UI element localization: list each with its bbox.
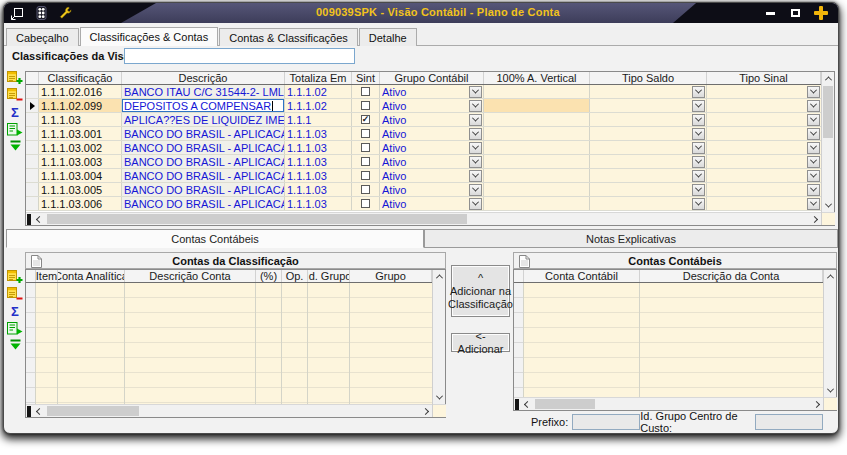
- cell-sintetica[interactable]: [352, 183, 380, 196]
- cell-tipo-sinal[interactable]: [707, 141, 821, 154]
- sintetica-checkbox[interactable]: [361, 87, 370, 96]
- sintetica-checkbox[interactable]: [361, 101, 370, 110]
- scroll-up-button[interactable]: [822, 72, 835, 85]
- scroll-left-button[interactable]: [33, 405, 46, 418]
- dropdown-button[interactable]: [469, 198, 482, 210]
- cell-tipo-sinal[interactable]: [707, 155, 821, 168]
- cell-tipo-saldo[interactable]: [590, 85, 707, 98]
- left-grid-vscrollbar[interactable]: [432, 270, 445, 417]
- cell-totaliza-em[interactable]: 1.1.1.03: [285, 183, 352, 196]
- dropdown-button[interactable]: [469, 128, 482, 140]
- header-descricao-conta[interactable]: Descrição Conta: [125, 270, 256, 282]
- scroll-up-button[interactable]: [433, 270, 446, 283]
- row-selector[interactable]: [26, 99, 39, 112]
- header-item[interactable]: Item: [36, 270, 58, 282]
- close-button[interactable]: [812, 5, 830, 21]
- cell-av-vertical[interactable]: [484, 127, 590, 140]
- classification-row[interactable]: 1.1.1.02.099 DEPOSITOS A COMPENSAR 1.1.1…: [26, 99, 821, 113]
- scroll-right-button[interactable]: [419, 405, 432, 418]
- dropdown-button[interactable]: [692, 198, 705, 210]
- classification-row[interactable]: 1.1.1.03.006 BANCO DO BRASIL - APLICACAO…: [26, 197, 821, 211]
- dropdown-button[interactable]: [807, 128, 820, 140]
- move-to-bottom-icon[interactable]: [7, 338, 23, 352]
- cell-totaliza-em[interactable]: 1.1.1.02: [285, 99, 352, 112]
- cell-av-vertical[interactable]: [484, 155, 590, 168]
- dropdown-button[interactable]: [469, 156, 482, 168]
- cell-grupo-contabil[interactable]: Ativo: [380, 183, 484, 196]
- scroll-right-button[interactable]: [808, 213, 821, 226]
- header-op[interactable]: Op.: [282, 270, 308, 282]
- maximize-button[interactable]: [787, 6, 803, 20]
- sintetica-checkbox[interactable]: [361, 115, 370, 124]
- tab-notas-explicativas[interactable]: Notas Explicativas: [424, 229, 838, 248]
- scrollbar-grip[interactable]: [27, 214, 31, 225]
- cell-tipo-saldo[interactable]: [590, 197, 707, 210]
- row-selector[interactable]: [26, 197, 39, 210]
- sintetica-checkbox[interactable]: [361, 185, 370, 194]
- row-selector[interactable]: [26, 85, 39, 98]
- dropdown-button[interactable]: [807, 142, 820, 154]
- header-percent[interactable]: (%): [256, 270, 282, 282]
- scroll-down-button[interactable]: [824, 384, 837, 397]
- scroll-down-button[interactable]: [433, 391, 446, 404]
- hscroll-thumb[interactable]: [535, 399, 595, 409]
- cell-totaliza-em[interactable]: 1.1.1.03: [285, 155, 352, 168]
- cell-sintetica[interactable]: [352, 113, 380, 126]
- cell-totaliza-em[interactable]: 1.1.1.03: [285, 169, 352, 182]
- dropdown-button[interactable]: [469, 184, 482, 196]
- cell-grupo-contabil[interactable]: Ativo: [380, 169, 484, 182]
- row-selector[interactable]: [26, 183, 39, 196]
- cell-sintetica[interactable]: [352, 127, 380, 140]
- cell-tipo-sinal[interactable]: [707, 113, 821, 126]
- process-icon[interactable]: [7, 122, 23, 136]
- cell-sintetica[interactable]: [352, 197, 380, 210]
- dropdown-button[interactable]: [807, 170, 820, 182]
- dropdown-button[interactable]: [692, 184, 705, 196]
- delete-row-icon[interactable]: [7, 88, 23, 102]
- header-grupo[interactable]: Grupo: [350, 270, 432, 282]
- tab-contas-contabeis[interactable]: Contas Contábeis: [6, 229, 424, 248]
- cell-classificacao[interactable]: 1.1.1.02.016: [39, 85, 122, 98]
- cell-totaliza-em[interactable]: 1.1.1.03: [285, 127, 352, 140]
- classification-row[interactable]: 1.1.1.03.002 BANCO DO BRASIL - APLICACAO…: [26, 141, 821, 155]
- header-descricao[interactable]: Descrição: [122, 72, 285, 84]
- header-classificacao[interactable]: Classificação: [39, 72, 122, 84]
- sum-icon[interactable]: Σ: [7, 105, 23, 119]
- restore-window-icon[interactable]: [9, 6, 25, 20]
- cell-tipo-saldo[interactable]: [590, 113, 707, 126]
- cell-descricao[interactable]: BANCO DO BRASIL - APLICACAO AUTO M: [122, 183, 285, 196]
- dropdown-button[interactable]: [692, 86, 705, 98]
- row-selector[interactable]: [26, 113, 39, 126]
- hscroll-thumb[interactable]: [47, 214, 467, 224]
- right-grid-hscrollbar[interactable]: [514, 397, 823, 410]
- scrollbar-grip[interactable]: [515, 399, 519, 410]
- cell-tipo-sinal[interactable]: [707, 127, 821, 140]
- cell-totaliza-em[interactable]: 1.1.1.02: [285, 85, 352, 98]
- cell-tipo-saldo[interactable]: [590, 155, 707, 168]
- tab-classificacoes-contas[interactable]: Classificações & Contas: [80, 27, 219, 46]
- process-icon[interactable]: [7, 321, 23, 335]
- header-tipo-sinal[interactable]: Tipo Sinal: [707, 72, 821, 84]
- dropdown-button[interactable]: [469, 114, 482, 126]
- cell-classificacao[interactable]: 1.1.1.03.003: [39, 155, 122, 168]
- cell-tipo-saldo[interactable]: [590, 141, 707, 154]
- cell-classificacao[interactable]: 1.1.1.03: [39, 113, 122, 126]
- tab-cabecalho[interactable]: Cabeçalho: [6, 28, 79, 46]
- cell-sintetica[interactable]: [352, 141, 380, 154]
- cell-av-vertical[interactable]: [484, 183, 590, 196]
- delete-row-icon[interactable]: [7, 287, 23, 301]
- row-selector[interactable]: [26, 169, 39, 182]
- prefixo-input[interactable]: [572, 414, 640, 430]
- wrench-icon[interactable]: [57, 6, 73, 20]
- cell-descricao[interactable]: BANCO DO BRASIL - APLICACAO AUTO M: [122, 169, 285, 182]
- header-id-grupo[interactable]: Id. Grupo: [308, 270, 350, 282]
- row-selector[interactable]: [26, 141, 39, 154]
- scrollbar-grip[interactable]: [27, 406, 31, 417]
- sintetica-checkbox[interactable]: [361, 157, 370, 166]
- cell-grupo-contabil[interactable]: Ativo: [380, 85, 484, 98]
- tab-contas-classificacoes[interactable]: Contas & Classificações: [219, 28, 358, 46]
- scroll-left-button[interactable]: [521, 398, 534, 411]
- scroll-down-button[interactable]: [822, 199, 835, 212]
- sintetica-checkbox[interactable]: [361, 129, 370, 138]
- row-selector[interactable]: [26, 155, 39, 168]
